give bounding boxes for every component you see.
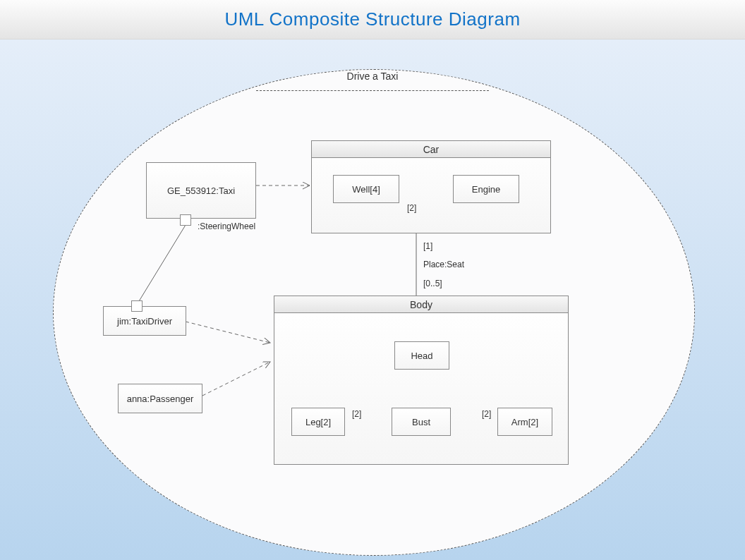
node-taxi: GE_553912:Taxi (146, 162, 256, 219)
struct-body: Body Head Leg[2] Bust Arm[2] [2] [2] (274, 296, 569, 465)
struct-body-header: Body (274, 296, 568, 313)
node-passenger: anna:Passenger (118, 384, 202, 413)
collaboration-divider (256, 90, 489, 91)
node-engine: Engine (453, 175, 519, 203)
label-steering-wheel: :SteeringWheel (198, 221, 255, 231)
node-arm-label: Arm[2] (511, 417, 538, 427)
node-head: Head (394, 341, 449, 370)
struct-car: Car Well[4] Engine [2] (311, 140, 551, 233)
node-arm: Arm[2] (497, 408, 552, 436)
node-head-label: Head (411, 351, 432, 361)
label-leg-bust-mult: [2] (352, 409, 361, 419)
node-taxi-label: GE_553912:Taxi (167, 185, 235, 196)
node-driver-label: jim:TaxiDriver (117, 316, 172, 327)
node-well-label: Well[4] (352, 184, 380, 195)
collaboration-label: Drive a Taxi (347, 71, 399, 82)
node-engine-label: Engine (472, 184, 500, 195)
port-driver (131, 300, 143, 312)
page-title: UML Composite Structure Diagram (224, 8, 520, 30)
label-car-mult: [1] (423, 241, 432, 251)
node-leg-label: Leg[2] (305, 417, 331, 427)
node-leg: Leg[2] (291, 408, 345, 436)
label-bust-arm-mult: [2] (482, 409, 491, 419)
node-bust: Bust (392, 408, 451, 436)
page-header: UML Composite Structure Diagram (0, 0, 745, 39)
diagram-canvas: Drive a Taxi GE_553912:Taxi :SteeringWhe… (0, 39, 745, 560)
struct-car-header: Car (312, 141, 550, 158)
node-well: Well[4] (333, 175, 399, 203)
node-driver: jim:TaxiDriver (103, 306, 186, 336)
label-body-mult: [0..5] (423, 279, 442, 288)
port-taxi (180, 214, 191, 226)
node-passenger-label: anna:Passenger (127, 394, 194, 404)
label-well-engine-mult: [2] (407, 203, 416, 213)
node-bust-label: Bust (412, 417, 430, 427)
label-seat: Place:Seat (423, 260, 464, 269)
